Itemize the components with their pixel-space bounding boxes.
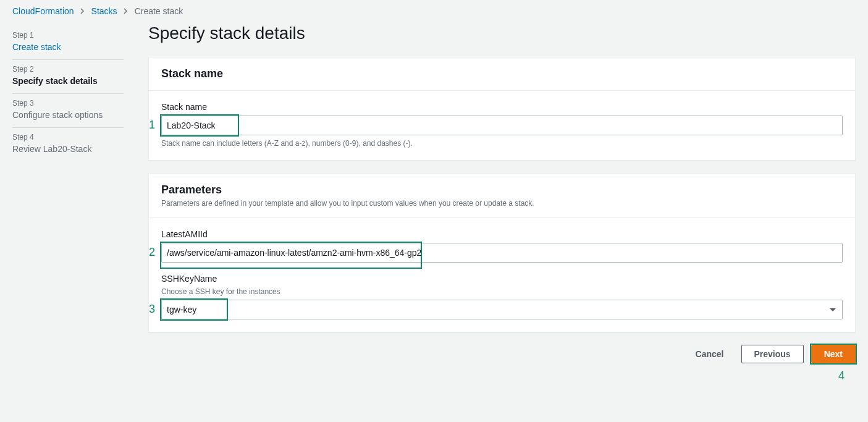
parameters-panel: Parameters Parameters are defined in you…	[148, 173, 856, 332]
panel-description: Parameters are defined in your template …	[161, 199, 843, 208]
stack-name-panel: Stack name Stack name 1 Stack name can i…	[148, 57, 856, 161]
field-label: LatestAMIId	[161, 229, 843, 239]
chevron-right-icon	[124, 6, 129, 16]
stack-name-input[interactable]	[161, 116, 843, 135]
wizard-step-num: Step 1	[12, 31, 124, 40]
wizard-step-4: Step 4 Review Lab20-Stack	[12, 128, 124, 161]
field-label: Stack name	[161, 102, 843, 112]
previous-button[interactable]: Previous	[741, 345, 804, 363]
panel-header: Stack name	[149, 57, 855, 91]
wizard-step-num: Step 2	[12, 65, 124, 74]
wizard-step-2: Step 2 Specify stack details	[12, 60, 124, 94]
breadcrumb: CloudFormation Stacks Create stack	[0, 0, 868, 20]
ssh-key-select[interactable]: tgw-key	[161, 300, 843, 319]
chevron-down-icon	[830, 308, 836, 311]
wizard-step-num: Step 3	[12, 99, 124, 108]
breadcrumb-current: Create stack	[135, 6, 183, 16]
wizard-step-title: Create stack	[12, 42, 124, 52]
wizard-step-num: Step 4	[12, 133, 124, 141]
panel-title: Stack name	[161, 67, 843, 80]
annotation-num-3: 3	[149, 303, 155, 316]
annotation-num-4: 4	[838, 369, 845, 382]
breadcrumb-stacks[interactable]: Stacks	[91, 6, 117, 16]
wizard-step-1[interactable]: Step 1 Create stack	[12, 26, 124, 60]
wizard-sidebar: Step 1 Create stack Step 2 Specify stack…	[12, 20, 124, 388]
annotation-num-2: 2	[149, 246, 155, 259]
panel-header: Parameters Parameters are defined in you…	[149, 174, 855, 218]
wizard-step-title: Specify stack details	[12, 76, 124, 86]
panel-title: Parameters	[161, 184, 843, 196]
next-button[interactable]: Next	[811, 345, 856, 363]
chevron-right-icon	[80, 6, 85, 16]
main-content: Specify stack details Stack name Stack n…	[148, 20, 856, 388]
wizard-step-title: Configure stack options	[12, 110, 124, 120]
latest-ami-field: LatestAMIId 2	[161, 229, 843, 263]
field-label: SSHKeyName	[161, 274, 843, 284]
wizard-step-3: Step 3 Configure stack options	[12, 94, 124, 128]
cancel-button[interactable]: Cancel	[686, 345, 734, 363]
ssh-key-selected-value: tgw-key	[167, 305, 830, 314]
ssh-key-field: SSHKeyName Choose a SSH key for the inst…	[161, 274, 843, 319]
footer-actions: Cancel Previous Next 4	[148, 345, 856, 363]
field-hint: Choose a SSH key for the instances	[161, 287, 843, 296]
field-hint: Stack name can include letters (A-Z and …	[161, 139, 843, 148]
annotation-num-1: 1	[149, 119, 155, 132]
stack-name-field: Stack name 1 Stack name can include lett…	[161, 102, 843, 148]
breadcrumb-cloudformation[interactable]: CloudFormation	[12, 6, 74, 16]
wizard-step-title: Review Lab20-Stack	[12, 144, 124, 154]
page-title: Specify stack details	[148, 23, 856, 43]
latest-ami-input[interactable]	[161, 243, 843, 263]
